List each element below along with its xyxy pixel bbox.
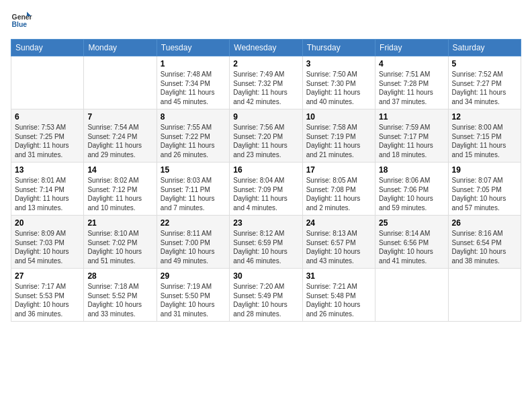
day-number: 22 xyxy=(161,218,226,228)
calendar-cell: 26Sunrise: 8:16 AM Sunset: 6:54 PM Dayli… xyxy=(448,216,521,269)
calendar-table: SundayMondayTuesdayWednesdayThursdayFrid… xyxy=(11,39,521,322)
calendar-cell: 22Sunrise: 8:11 AM Sunset: 7:00 PM Dayli… xyxy=(157,216,229,269)
day-number: 13 xyxy=(15,165,80,175)
day-number: 29 xyxy=(161,271,226,281)
svg-text:Blue: Blue xyxy=(12,21,28,28)
calendar-cell: 14Sunrise: 8:02 AM Sunset: 7:12 PM Dayli… xyxy=(84,163,157,216)
calendar-cell: 16Sunrise: 8:04 AM Sunset: 7:09 PM Dayli… xyxy=(230,163,302,216)
day-number: 6 xyxy=(15,112,80,122)
day-number: 28 xyxy=(87,271,152,281)
calendar-cell: 29Sunrise: 7:19 AM Sunset: 5:50 PM Dayli… xyxy=(157,269,229,322)
calendar-cell: 10Sunrise: 7:58 AM Sunset: 7:19 PM Dayli… xyxy=(302,109,375,163)
weekday-header-row: SundayMondayTuesdayWednesdayThursdayFrid… xyxy=(11,40,521,56)
day-info: Sunrise: 8:03 AM Sunset: 7:11 PM Dayligh… xyxy=(161,176,226,212)
calendar-cell: 8Sunrise: 7:55 AM Sunset: 7:22 PM Daylig… xyxy=(157,109,229,163)
day-number: 2 xyxy=(233,59,298,68)
calendar-cell: 20Sunrise: 8:09 AM Sunset: 7:03 PM Dayli… xyxy=(11,216,84,269)
day-info: Sunrise: 8:09 AM Sunset: 7:03 PM Dayligh… xyxy=(15,229,80,265)
day-number: 3 xyxy=(306,59,371,68)
calendar-cell: 30Sunrise: 7:20 AM Sunset: 5:49 PM Dayli… xyxy=(230,269,302,322)
calendar-cell: 12Sunrise: 8:00 AM Sunset: 7:15 PM Dayli… xyxy=(448,109,521,163)
calendar-cell: 24Sunrise: 8:13 AM Sunset: 6:57 PM Dayli… xyxy=(302,216,375,269)
day-number: 15 xyxy=(161,165,226,175)
day-number: 1 xyxy=(161,59,226,68)
logo-icon: General Blue xyxy=(11,11,32,32)
day-info: Sunrise: 8:13 AM Sunset: 6:57 PM Dayligh… xyxy=(306,229,371,265)
day-number: 26 xyxy=(452,218,517,228)
day-number: 25 xyxy=(379,218,444,228)
calendar-cell: 28Sunrise: 7:18 AM Sunset: 5:52 PM Dayli… xyxy=(84,269,157,322)
day-info: Sunrise: 7:50 AM Sunset: 7:30 PM Dayligh… xyxy=(306,70,371,106)
calendar-week-row: 20Sunrise: 8:09 AM Sunset: 7:03 PM Dayli… xyxy=(11,216,521,269)
page-header: General Blue xyxy=(11,11,521,32)
weekday-header: Wednesday xyxy=(230,40,302,56)
calendar-cell: 11Sunrise: 7:59 AM Sunset: 7:17 PM Dayli… xyxy=(375,109,448,163)
day-info: Sunrise: 8:07 AM Sunset: 7:05 PM Dayligh… xyxy=(452,176,517,212)
calendar-cell: 13Sunrise: 8:01 AM Sunset: 7:14 PM Dayli… xyxy=(11,163,84,216)
day-info: Sunrise: 7:18 AM Sunset: 5:52 PM Dayligh… xyxy=(87,282,152,318)
calendar-cell: 2Sunrise: 7:49 AM Sunset: 7:32 PM Daylig… xyxy=(230,56,302,109)
day-number: 16 xyxy=(233,165,298,175)
calendar-cell: 3Sunrise: 7:50 AM Sunset: 7:30 PM Daylig… xyxy=(302,56,375,109)
weekday-header: Tuesday xyxy=(157,40,229,56)
day-info: Sunrise: 7:20 AM Sunset: 5:49 PM Dayligh… xyxy=(233,282,298,318)
day-number: 24 xyxy=(306,218,371,228)
weekday-header: Sunday xyxy=(11,40,84,56)
day-info: Sunrise: 7:53 AM Sunset: 7:25 PM Dayligh… xyxy=(15,123,80,159)
calendar-week-row: 13Sunrise: 8:01 AM Sunset: 7:14 PM Dayli… xyxy=(11,163,521,216)
day-info: Sunrise: 7:51 AM Sunset: 7:28 PM Dayligh… xyxy=(379,70,444,106)
day-info: Sunrise: 7:17 AM Sunset: 5:53 PM Dayligh… xyxy=(15,282,80,318)
day-info: Sunrise: 8:00 AM Sunset: 7:15 PM Dayligh… xyxy=(452,123,517,159)
day-number: 12 xyxy=(452,112,517,122)
day-info: Sunrise: 7:54 AM Sunset: 7:24 PM Dayligh… xyxy=(87,123,152,159)
day-info: Sunrise: 7:48 AM Sunset: 7:34 PM Dayligh… xyxy=(161,70,226,106)
calendar-week-row: 27Sunrise: 7:17 AM Sunset: 5:53 PM Dayli… xyxy=(11,269,521,322)
calendar-cell: 17Sunrise: 8:05 AM Sunset: 7:08 PM Dayli… xyxy=(302,163,375,216)
weekday-header: Friday xyxy=(375,40,448,56)
day-info: Sunrise: 8:06 AM Sunset: 7:06 PM Dayligh… xyxy=(379,176,444,212)
day-number: 8 xyxy=(161,112,226,122)
logo: General Blue xyxy=(11,11,32,32)
calendar-cell: 18Sunrise: 8:06 AM Sunset: 7:06 PM Dayli… xyxy=(375,163,448,216)
weekday-header: Saturday xyxy=(448,40,521,56)
day-number: 21 xyxy=(87,218,152,228)
calendar-cell: 21Sunrise: 8:10 AM Sunset: 7:02 PM Dayli… xyxy=(84,216,157,269)
calendar-cell xyxy=(375,269,448,322)
day-number: 17 xyxy=(306,165,371,175)
day-info: Sunrise: 8:04 AM Sunset: 7:09 PM Dayligh… xyxy=(233,176,298,212)
calendar-week-row: 6Sunrise: 7:53 AM Sunset: 7:25 PM Daylig… xyxy=(11,109,521,163)
day-info: Sunrise: 8:16 AM Sunset: 6:54 PM Dayligh… xyxy=(452,229,517,265)
day-number: 9 xyxy=(233,112,298,122)
day-info: Sunrise: 7:21 AM Sunset: 5:48 PM Dayligh… xyxy=(306,282,371,318)
calendar-cell xyxy=(448,269,521,322)
day-info: Sunrise: 7:49 AM Sunset: 7:32 PM Dayligh… xyxy=(233,70,298,106)
day-number: 27 xyxy=(15,271,80,281)
day-number: 30 xyxy=(233,271,298,281)
day-info: Sunrise: 7:59 AM Sunset: 7:17 PM Dayligh… xyxy=(379,123,444,159)
day-number: 7 xyxy=(87,112,152,122)
calendar-cell xyxy=(84,56,157,109)
day-number: 20 xyxy=(15,218,80,228)
day-info: Sunrise: 8:01 AM Sunset: 7:14 PM Dayligh… xyxy=(15,176,80,212)
day-number: 14 xyxy=(87,165,152,175)
day-info: Sunrise: 8:12 AM Sunset: 6:59 PM Dayligh… xyxy=(233,229,298,265)
day-info: Sunrise: 8:14 AM Sunset: 6:56 PM Dayligh… xyxy=(379,229,444,265)
calendar-cell: 23Sunrise: 8:12 AM Sunset: 6:59 PM Dayli… xyxy=(230,216,302,269)
day-number: 11 xyxy=(379,112,444,122)
day-number: 4 xyxy=(379,59,444,68)
calendar-cell: 15Sunrise: 8:03 AM Sunset: 7:11 PM Dayli… xyxy=(157,163,229,216)
day-number: 5 xyxy=(452,59,517,68)
weekday-header: Thursday xyxy=(302,40,375,56)
day-info: Sunrise: 7:56 AM Sunset: 7:20 PM Dayligh… xyxy=(233,123,298,159)
day-info: Sunrise: 7:52 AM Sunset: 7:27 PM Dayligh… xyxy=(452,70,517,106)
calendar-cell xyxy=(11,56,84,109)
weekday-header: Monday xyxy=(84,40,157,56)
calendar-cell: 31Sunrise: 7:21 AM Sunset: 5:48 PM Dayli… xyxy=(302,269,375,322)
day-number: 18 xyxy=(379,165,444,175)
day-number: 23 xyxy=(233,218,298,228)
day-info: Sunrise: 8:10 AM Sunset: 7:02 PM Dayligh… xyxy=(87,229,152,265)
day-info: Sunrise: 7:19 AM Sunset: 5:50 PM Dayligh… xyxy=(161,282,226,318)
calendar-cell: 7Sunrise: 7:54 AM Sunset: 7:24 PM Daylig… xyxy=(84,109,157,163)
day-info: Sunrise: 8:11 AM Sunset: 7:00 PM Dayligh… xyxy=(161,229,226,265)
calendar-cell: 9Sunrise: 7:56 AM Sunset: 7:20 PM Daylig… xyxy=(230,109,302,163)
